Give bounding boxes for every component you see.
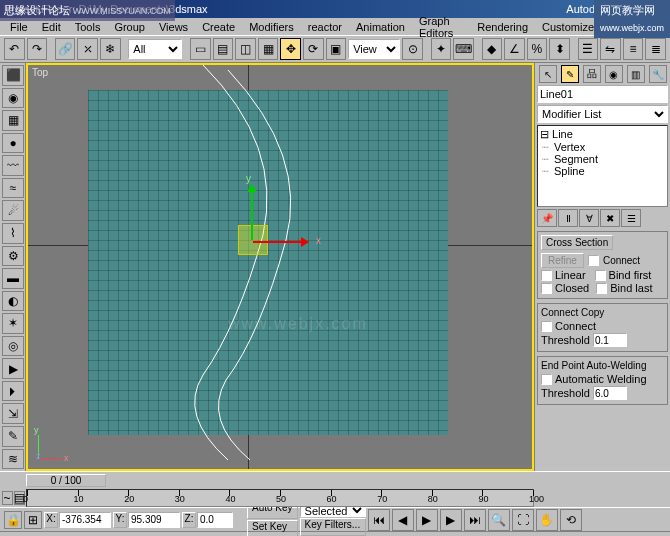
modifier-list-select[interactable]: Modifier List — [537, 105, 668, 123]
reactor-fracture-icon[interactable]: ✶ — [2, 313, 24, 334]
linear-checkbox[interactable] — [541, 270, 552, 281]
tab-utilities-icon[interactable]: 🔧 — [649, 65, 667, 83]
stack-item-line[interactable]: Line — [552, 128, 573, 140]
y-coord-field[interactable] — [128, 512, 180, 528]
reactor-export-icon[interactable]: ⇲ — [2, 403, 24, 424]
bind-last-checkbox[interactable] — [596, 283, 607, 294]
bind-first-checkbox[interactable] — [595, 270, 606, 281]
menu-customize[interactable]: Customize — [536, 21, 600, 33]
time-slider[interactable]: 0 / 100 — [26, 474, 106, 487]
prev-frame-icon[interactable]: ◀ — [392, 509, 414, 531]
menu-edit[interactable]: Edit — [36, 21, 67, 33]
menu-modifiers[interactable]: Modifiers — [243, 21, 300, 33]
menu-file[interactable]: File — [4, 21, 34, 33]
goto-start-icon[interactable]: ⏮ — [368, 509, 390, 531]
lock-selection-icon[interactable]: 🔒 — [4, 511, 22, 529]
select-by-name-button[interactable]: ▤ — [213, 38, 234, 60]
pan-icon[interactable]: ✋ — [536, 509, 558, 531]
tab-modify-icon[interactable]: ✎ — [561, 65, 579, 83]
menu-group[interactable]: Group — [108, 21, 151, 33]
redo-button[interactable]: ↷ — [27, 38, 48, 60]
angle-snap-button[interactable]: ∠ — [504, 38, 525, 60]
bind-spacewarp-button[interactable]: ❄ — [100, 38, 121, 60]
connect-checkbox[interactable] — [588, 255, 599, 266]
rotate-button[interactable]: ⟳ — [303, 38, 324, 60]
play-icon[interactable]: ▶ — [416, 509, 438, 531]
object-name-field[interactable] — [537, 85, 668, 103]
named-selection-button[interactable]: ☰ — [578, 38, 599, 60]
tab-motion-icon[interactable]: ◉ — [605, 65, 623, 83]
key-filters-button[interactable]: Key Filters... — [300, 518, 366, 536]
reactor-toy-icon[interactable]: ◐ — [2, 291, 24, 312]
reactor-cloth-icon[interactable]: ▦ — [2, 110, 24, 131]
snap-button[interactable]: ◆ — [482, 38, 503, 60]
refine-button[interactable]: Refine — [541, 253, 584, 268]
reactor-preview-icon[interactable]: ▶ — [2, 358, 24, 379]
reactor-spring-icon[interactable]: ⌇ — [2, 223, 24, 244]
move-gizmo-plane[interactable] — [238, 225, 268, 255]
menu-graph-editors[interactable]: Graph Editors — [413, 15, 469, 39]
reactor-util-icon[interactable]: ≋ — [2, 449, 24, 470]
track-bar[interactable]: 0102030405060708090100 — [26, 489, 534, 507]
curve-editor-icon[interactable]: ~ — [2, 491, 13, 505]
auto-weld-checkbox[interactable] — [541, 374, 552, 385]
reactor-plane-icon[interactable]: ▬ — [2, 268, 24, 289]
menu-tools[interactable]: Tools — [69, 21, 107, 33]
spline-line01[interactable] — [28, 65, 532, 469]
pivot-button[interactable]: ⊙ — [402, 38, 423, 60]
reactor-analyze-icon[interactable]: ◎ — [2, 336, 24, 357]
make-unique-icon[interactable]: ∀ — [579, 209, 599, 227]
window-crossing-button[interactable]: ▦ — [258, 38, 279, 60]
unlink-button[interactable]: ⤫ — [77, 38, 98, 60]
mirror-button[interactable]: ⇋ — [600, 38, 621, 60]
select-region-button[interactable]: ◫ — [235, 38, 256, 60]
goto-end-icon[interactable]: ⏭ — [464, 509, 486, 531]
keyboard-shortcut-button[interactable]: ⌨ — [453, 38, 474, 60]
setkey-button[interactable]: Set Key — [247, 520, 298, 536]
select-button[interactable]: ▭ — [190, 38, 211, 60]
layers-button[interactable]: ≣ — [645, 38, 666, 60]
menu-animation[interactable]: Animation — [350, 21, 411, 33]
menu-create[interactable]: Create — [196, 21, 241, 33]
closed-checkbox[interactable] — [541, 283, 552, 294]
align-button[interactable]: ≡ — [623, 38, 644, 60]
subobject-spline[interactable]: Spline — [540, 165, 665, 177]
weld-threshold-spinner[interactable] — [593, 386, 627, 400]
reactor-sim-icon[interactable]: ⏵ — [2, 381, 24, 402]
configure-sets-icon[interactable]: ☰ — [621, 209, 641, 227]
x-coord-field[interactable] — [59, 512, 111, 528]
reactor-rigidbody-icon[interactable]: ◉ — [2, 88, 24, 109]
tab-hierarchy-icon[interactable]: 品 — [583, 65, 601, 83]
viewport[interactable]: Top x y x y z www.webjx.com — [26, 63, 534, 471]
move-gizmo-y-axis[interactable] — [251, 185, 253, 240]
threshold-spinner[interactable] — [593, 333, 627, 347]
zoom-icon[interactable]: 🔍 — [488, 509, 510, 531]
tab-create-icon[interactable]: ↖ — [539, 65, 557, 83]
move-gizmo-x-axis[interactable] — [253, 241, 308, 243]
absolute-mode-icon[interactable]: ⊞ — [24, 511, 42, 529]
reactor-prop-icon[interactable]: ✎ — [2, 426, 24, 447]
move-button[interactable]: ✥ — [280, 38, 301, 60]
pin-stack-icon[interactable]: 📌 — [537, 209, 557, 227]
undo-button[interactable]: ↶ — [4, 38, 25, 60]
connect-copy-checkbox[interactable] — [541, 321, 552, 332]
reactor-wind-icon[interactable]: ☄ — [2, 200, 24, 221]
selection-filter-select[interactable]: All — [128, 39, 182, 59]
manipulate-button[interactable]: ✦ — [431, 38, 452, 60]
arc-rotate-icon[interactable]: ⟲ — [560, 509, 582, 531]
remove-modifier-icon[interactable]: ✖ — [600, 209, 620, 227]
cross-section-button[interactable]: Cross Section — [541, 235, 613, 250]
modifier-stack[interactable]: ⊟ Line Vertex Segment Spline — [537, 125, 668, 207]
percent-snap-button[interactable]: % — [527, 38, 548, 60]
subobject-vertex[interactable]: Vertex — [540, 141, 665, 153]
zoom-all-icon[interactable]: ⛶ — [512, 509, 534, 531]
reactor-rope-icon[interactable]: 〰 — [2, 155, 24, 176]
scale-button[interactable]: ▣ — [326, 38, 347, 60]
tab-display-icon[interactable]: ▥ — [627, 65, 645, 83]
z-coord-field[interactable] — [197, 512, 233, 528]
menu-rendering[interactable]: Rendering — [471, 21, 534, 33]
reactor-softbody-icon[interactable]: ● — [2, 133, 24, 154]
next-frame-icon[interactable]: ▶ — [440, 509, 462, 531]
menu-reactor[interactable]: reactor — [302, 21, 348, 33]
show-end-result-icon[interactable]: Ⅱ — [558, 209, 578, 227]
